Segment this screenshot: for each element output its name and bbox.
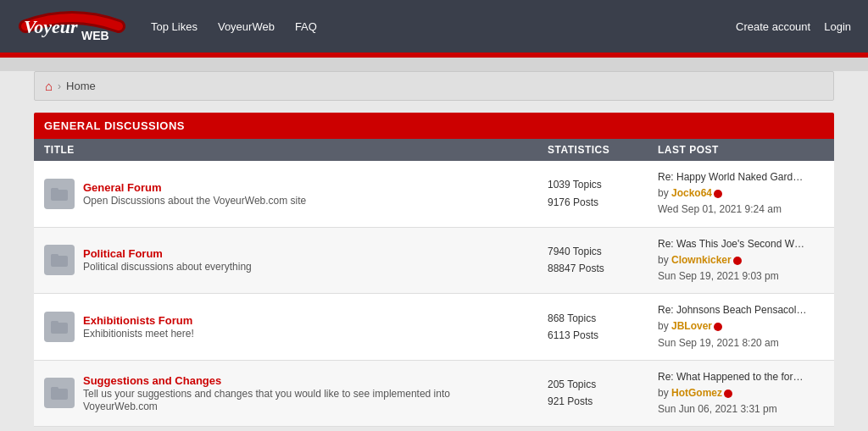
logo-svg: Voyeur WEB bbox=[17, 8, 127, 45]
lastpost-title: Re: What Happened to the for… bbox=[658, 369, 824, 385]
user-online-icon bbox=[714, 190, 722, 198]
lastpost-by: by Jocko64 bbox=[658, 187, 722, 199]
lastpost-title: Re: Happy World Naked Gard… bbox=[658, 169, 824, 185]
section-title: GENERAL DISCUSSIONS bbox=[44, 119, 185, 132]
forum-topics: 1039 Topics bbox=[548, 179, 602, 191]
user-online-icon bbox=[714, 323, 722, 331]
forum-posts: 921 Posts bbox=[548, 395, 593, 407]
col-last-post: LAST POST bbox=[648, 139, 834, 161]
breadcrumb-separator: › bbox=[58, 80, 61, 92]
forum-description: Political discussions about everything bbox=[83, 261, 252, 273]
forum-info: General Forum Open Discussions about the… bbox=[83, 181, 306, 207]
forum-lastpost-cell: Re: Happy World Naked Gard… by Jocko64 W… bbox=[648, 161, 834, 227]
folder-icon bbox=[51, 253, 68, 267]
user-online-icon bbox=[724, 390, 732, 398]
lastpost-date: Sun Jun 06, 2021 3:31 pm bbox=[658, 401, 824, 417]
home-icon[interactable]: ⌂ bbox=[45, 79, 53, 93]
forum-info: Political Forum Political discussions ab… bbox=[83, 247, 252, 273]
forum-icon bbox=[44, 378, 75, 408]
user-online-icon bbox=[733, 257, 742, 265]
folder-icon bbox=[51, 187, 68, 201]
forum-posts: 6113 Posts bbox=[548, 329, 598, 341]
forum-lastpost-cell: Re: Johnsons Beach Pensacol… by JBLover … bbox=[648, 294, 834, 361]
forum-lastpost-cell: Re: What Happened to the for… by HotGome… bbox=[648, 360, 834, 427]
section-header: GENERAL DISCUSSIONS bbox=[34, 113, 834, 139]
lastpost-user-link[interactable]: HotGomez bbox=[671, 387, 722, 399]
forum-topics: 205 Topics bbox=[548, 379, 596, 390]
lastpost-date: Sun Sep 19, 2021 8:20 am bbox=[658, 335, 824, 351]
svg-rect-5 bbox=[51, 254, 58, 257]
svg-text:WEB: WEB bbox=[81, 29, 109, 42]
forum-posts: 9176 Posts bbox=[548, 196, 598, 208]
logo[interactable]: Voyeur WEB bbox=[17, 8, 127, 45]
header-auth: Create account Login bbox=[736, 20, 851, 33]
lastpost-user-link[interactable]: Jocko64 bbox=[671, 187, 712, 199]
lastpost-title: Re: Was This Joe's Second W… bbox=[658, 236, 824, 252]
lastpost-by: by Clownkicker bbox=[658, 254, 742, 266]
lastpost-user-link[interactable]: JBLover bbox=[671, 320, 712, 332]
lastpost-by: by HotGomez bbox=[658, 387, 732, 399]
forum-icon bbox=[44, 179, 75, 209]
breadcrumb: ⌂ › Home bbox=[34, 71, 834, 101]
forum-description: Exhibitionists meet here! bbox=[83, 328, 194, 340]
create-account-link[interactable]: Create account bbox=[736, 20, 810, 33]
col-statistics: STATISTICS bbox=[537, 139, 648, 161]
lastpost-user-link[interactable]: Clownkicker bbox=[671, 254, 732, 266]
breadcrumb-home-label: Home bbox=[66, 80, 96, 92]
login-link[interactable]: Login bbox=[824, 20, 851, 33]
forum-lastpost-cell: Re: Was This Joe's Second W… by Clownkic… bbox=[648, 227, 834, 294]
forum-icon bbox=[44, 312, 75, 342]
table-header-row: TITLE STATISTICS LAST POST bbox=[34, 139, 834, 161]
forum-title-link[interactable]: Suggestions and Changes bbox=[83, 374, 527, 387]
forum-topics: 868 Topics bbox=[548, 312, 596, 324]
folder-icon bbox=[51, 386, 68, 400]
main-content: GENERAL DISCUSSIONS TITLE STATISTICS LAS… bbox=[34, 113, 834, 427]
table-row: Exhibitionists Forum Exhibitionists meet… bbox=[34, 294, 834, 361]
svg-rect-3 bbox=[51, 188, 58, 191]
forum-title-link[interactable]: Political Forum bbox=[83, 247, 252, 260]
forum-topics: 7940 Topics bbox=[548, 246, 602, 257]
nav-voyeurweb[interactable]: VoyeurWeb bbox=[218, 20, 275, 33]
forum-title-link[interactable]: General Forum bbox=[83, 181, 306, 194]
lastpost-date: Sun Sep 19, 2021 9:03 pm bbox=[658, 268, 824, 285]
lastpost-by: by JBLover bbox=[658, 320, 722, 332]
table-row: General Forum Open Discussions about the… bbox=[34, 161, 834, 227]
table-row: Suggestions and Changes Tell us your sug… bbox=[34, 360, 834, 427]
forum-posts: 88847 Posts bbox=[548, 262, 604, 274]
forum-description: Open Discussions about the VoyeurWeb.com… bbox=[83, 195, 306, 207]
forum-stats-cell: 1039 Topics 9176 Posts bbox=[537, 161, 648, 227]
forum-table: TITLE STATISTICS LAST POST General Forum bbox=[34, 139, 834, 427]
forum-title-cell: Suggestions and Changes Tell us your sug… bbox=[34, 360, 537, 427]
gray-space bbox=[0, 58, 868, 71]
forum-title-cell: Political Forum Political discussions ab… bbox=[34, 227, 537, 294]
lastpost-date: Wed Sep 01, 2021 9:24 am bbox=[658, 202, 824, 218]
forum-title-cell: Exhibitionists Forum Exhibitionists meet… bbox=[34, 294, 537, 361]
table-row: Political Forum Political discussions ab… bbox=[34, 227, 834, 294]
forum-title-link[interactable]: Exhibitionists Forum bbox=[83, 314, 194, 327]
forum-description: Tell us your suggestions and changes tha… bbox=[83, 388, 450, 412]
svg-rect-9 bbox=[51, 387, 58, 390]
forum-stats-cell: 868 Topics 6113 Posts bbox=[537, 294, 648, 361]
lastpost-title: Re: Johnsons Beach Pensacol… bbox=[658, 302, 824, 318]
folder-icon bbox=[51, 320, 68, 334]
forum-title-cell: General Forum Open Discussions about the… bbox=[34, 161, 537, 227]
col-title: TITLE bbox=[34, 139, 537, 161]
svg-text:Voyeur: Voyeur bbox=[24, 16, 78, 37]
forum-stats-cell: 205 Topics 921 Posts bbox=[537, 360, 648, 427]
forum-icon bbox=[44, 245, 75, 275]
forum-stats-cell: 7940 Topics 88847 Posts bbox=[537, 227, 648, 294]
header: Voyeur WEB Top Likes VoyeurWeb FAQ Creat… bbox=[0, 0, 868, 52]
svg-rect-7 bbox=[51, 321, 58, 324]
forum-info: Suggestions and Changes Tell us your sug… bbox=[83, 374, 527, 412]
forum-info: Exhibitionists Forum Exhibitionists meet… bbox=[83, 314, 194, 340]
main-nav: Top Likes VoyeurWeb FAQ bbox=[151, 20, 317, 33]
nav-top-likes[interactable]: Top Likes bbox=[151, 20, 198, 33]
nav-faq[interactable]: FAQ bbox=[295, 20, 317, 33]
